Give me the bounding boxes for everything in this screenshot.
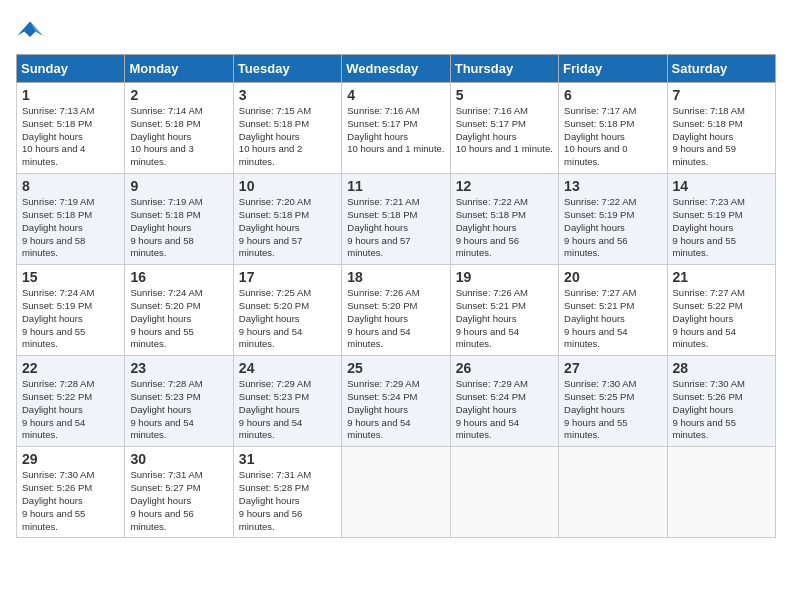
cell-info: Sunrise: 7:28 AMSunset: 5:23 PMDaylight … [130,378,202,440]
cell-info: Sunrise: 7:19 AMSunset: 5:18 PMDaylight … [130,196,202,258]
calendar-cell: 10 Sunrise: 7:20 AMSunset: 5:18 PMDaylig… [233,174,341,265]
day-number: 29 [22,451,119,467]
day-number: 14 [673,178,770,194]
day-number: 22 [22,360,119,376]
cell-info: Sunrise: 7:31 AMSunset: 5:27 PMDaylight … [130,469,202,531]
calendar-cell [667,447,775,538]
calendar-week-3: 22 Sunrise: 7:28 AMSunset: 5:22 PMDaylig… [17,356,776,447]
cell-info: Sunrise: 7:28 AMSunset: 5:22 PMDaylight … [22,378,94,440]
calendar-week-0: 1 Sunrise: 7:13 AMSunset: 5:18 PMDayligh… [17,83,776,174]
col-header-friday: Friday [559,55,667,83]
day-number: 6 [564,87,661,103]
cell-info: Sunrise: 7:21 AMSunset: 5:18 PMDaylight … [347,196,419,258]
calendar-cell [559,447,667,538]
day-number: 15 [22,269,119,285]
calendar-cell: 12 Sunrise: 7:22 AMSunset: 5:18 PMDaylig… [450,174,558,265]
calendar-cell: 6 Sunrise: 7:17 AMSunset: 5:18 PMDayligh… [559,83,667,174]
day-number: 30 [130,451,227,467]
logo [16,16,48,44]
day-number: 5 [456,87,553,103]
cell-info: Sunrise: 7:17 AMSunset: 5:18 PMDaylight … [564,105,636,167]
svg-marker-0 [17,22,42,37]
calendar-cell: 11 Sunrise: 7:21 AMSunset: 5:18 PMDaylig… [342,174,450,265]
cell-info: Sunrise: 7:19 AMSunset: 5:18 PMDaylight … [22,196,94,258]
col-header-tuesday: Tuesday [233,55,341,83]
cell-info: Sunrise: 7:24 AMSunset: 5:20 PMDaylight … [130,287,202,349]
calendar-cell: 22 Sunrise: 7:28 AMSunset: 5:22 PMDaylig… [17,356,125,447]
day-number: 26 [456,360,553,376]
calendar-cell: 16 Sunrise: 7:24 AMSunset: 5:20 PMDaylig… [125,265,233,356]
day-number: 19 [456,269,553,285]
calendar-cell: 21 Sunrise: 7:27 AMSunset: 5:22 PMDaylig… [667,265,775,356]
day-number: 16 [130,269,227,285]
cell-info: Sunrise: 7:23 AMSunset: 5:19 PMDaylight … [673,196,745,258]
calendar-cell: 25 Sunrise: 7:29 AMSunset: 5:24 PMDaylig… [342,356,450,447]
cell-info: Sunrise: 7:16 AMSunset: 5:17 PMDaylight … [347,105,444,154]
cell-info: Sunrise: 7:26 AMSunset: 5:20 PMDaylight … [347,287,419,349]
header [16,16,776,44]
calendar-week-2: 15 Sunrise: 7:24 AMSunset: 5:19 PMDaylig… [17,265,776,356]
calendar-cell: 7 Sunrise: 7:18 AMSunset: 5:18 PMDayligh… [667,83,775,174]
day-number: 12 [456,178,553,194]
cell-info: Sunrise: 7:18 AMSunset: 5:18 PMDaylight … [673,105,745,167]
cell-info: Sunrise: 7:22 AMSunset: 5:18 PMDaylight … [456,196,528,258]
cell-info: Sunrise: 7:22 AMSunset: 5:19 PMDaylight … [564,196,636,258]
day-number: 11 [347,178,444,194]
cell-info: Sunrise: 7:25 AMSunset: 5:20 PMDaylight … [239,287,311,349]
calendar-cell: 14 Sunrise: 7:23 AMSunset: 5:19 PMDaylig… [667,174,775,265]
col-header-sunday: Sunday [17,55,125,83]
col-header-wednesday: Wednesday [342,55,450,83]
calendar-cell [342,447,450,538]
day-number: 20 [564,269,661,285]
calendar-cell: 3 Sunrise: 7:15 AMSunset: 5:18 PMDayligh… [233,83,341,174]
cell-info: Sunrise: 7:14 AMSunset: 5:18 PMDaylight … [130,105,202,167]
day-number: 25 [347,360,444,376]
calendar-week-1: 8 Sunrise: 7:19 AMSunset: 5:18 PMDayligh… [17,174,776,265]
day-number: 4 [347,87,444,103]
day-number: 8 [22,178,119,194]
cell-info: Sunrise: 7:29 AMSunset: 5:24 PMDaylight … [456,378,528,440]
cell-info: Sunrise: 7:24 AMSunset: 5:19 PMDaylight … [22,287,94,349]
calendar-cell: 2 Sunrise: 7:14 AMSunset: 5:18 PMDayligh… [125,83,233,174]
day-number: 1 [22,87,119,103]
day-number: 23 [130,360,227,376]
day-number: 2 [130,87,227,103]
calendar-cell: 29 Sunrise: 7:30 AMSunset: 5:26 PMDaylig… [17,447,125,538]
cell-info: Sunrise: 7:26 AMSunset: 5:21 PMDaylight … [456,287,528,349]
cell-info: Sunrise: 7:30 AMSunset: 5:26 PMDaylight … [22,469,94,531]
day-number: 17 [239,269,336,285]
cell-info: Sunrise: 7:20 AMSunset: 5:18 PMDaylight … [239,196,311,258]
calendar-cell: 27 Sunrise: 7:30 AMSunset: 5:25 PMDaylig… [559,356,667,447]
cell-info: Sunrise: 7:30 AMSunset: 5:25 PMDaylight … [564,378,636,440]
day-number: 27 [564,360,661,376]
day-number: 3 [239,87,336,103]
col-header-monday: Monday [125,55,233,83]
day-number: 9 [130,178,227,194]
day-number: 31 [239,451,336,467]
logo-bird-icon [16,16,44,44]
calendar-cell: 1 Sunrise: 7:13 AMSunset: 5:18 PMDayligh… [17,83,125,174]
cell-info: Sunrise: 7:29 AMSunset: 5:24 PMDaylight … [347,378,419,440]
cell-info: Sunrise: 7:27 AMSunset: 5:21 PMDaylight … [564,287,636,349]
calendar-table: SundayMondayTuesdayWednesdayThursdayFrid… [16,54,776,538]
cell-info: Sunrise: 7:13 AMSunset: 5:18 PMDaylight … [22,105,94,167]
col-header-thursday: Thursday [450,55,558,83]
cell-info: Sunrise: 7:16 AMSunset: 5:17 PMDaylight … [456,105,553,154]
calendar-cell: 8 Sunrise: 7:19 AMSunset: 5:18 PMDayligh… [17,174,125,265]
calendar-cell: 19 Sunrise: 7:26 AMSunset: 5:21 PMDaylig… [450,265,558,356]
calendar-cell: 13 Sunrise: 7:22 AMSunset: 5:19 PMDaylig… [559,174,667,265]
day-number: 21 [673,269,770,285]
col-header-saturday: Saturday [667,55,775,83]
calendar-cell: 9 Sunrise: 7:19 AMSunset: 5:18 PMDayligh… [125,174,233,265]
calendar-cell: 24 Sunrise: 7:29 AMSunset: 5:23 PMDaylig… [233,356,341,447]
calendar-cell: 23 Sunrise: 7:28 AMSunset: 5:23 PMDaylig… [125,356,233,447]
day-number: 24 [239,360,336,376]
calendar-cell: 15 Sunrise: 7:24 AMSunset: 5:19 PMDaylig… [17,265,125,356]
cell-info: Sunrise: 7:29 AMSunset: 5:23 PMDaylight … [239,378,311,440]
calendar-cell: 30 Sunrise: 7:31 AMSunset: 5:27 PMDaylig… [125,447,233,538]
calendar-cell [450,447,558,538]
day-number: 10 [239,178,336,194]
cell-info: Sunrise: 7:31 AMSunset: 5:28 PMDaylight … [239,469,311,531]
calendar-cell: 26 Sunrise: 7:29 AMSunset: 5:24 PMDaylig… [450,356,558,447]
day-number: 7 [673,87,770,103]
